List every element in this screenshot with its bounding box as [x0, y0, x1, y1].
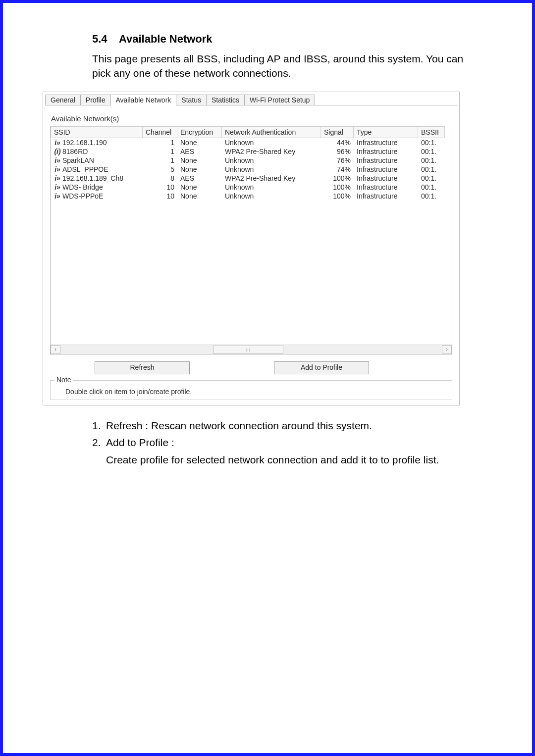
section-title-text: Available Network — [119, 33, 213, 45]
list-subtext: Create profile for selected network conn… — [106, 453, 473, 467]
scroll-thumb[interactable]: III — [213, 346, 283, 353]
col-bssid[interactable]: BSSII — [418, 126, 445, 138]
table-row[interactable]: i»SparkLAN1NoneUnknown76%Infrastructure0… — [51, 156, 452, 165]
tab-status[interactable]: Status — [176, 95, 207, 105]
scroll-left-button[interactable]: ‹ — [51, 345, 60, 354]
col-type[interactable]: Type — [354, 126, 418, 138]
wifi-icon: i» — [54, 165, 61, 173]
button-row: Refresh Add to Profile — [50, 354, 452, 377]
list-text: Refresh : Rescan network connection arou… — [106, 420, 372, 431]
col-auth[interactable]: Network Authentication — [222, 126, 321, 138]
table-row[interactable]: (i)8186RD1AESWPA2 Pre-Shared Key96%Infra… — [51, 147, 452, 156]
wifi-icon: i» — [54, 156, 61, 164]
tab-statistics[interactable]: Statistics — [206, 95, 245, 105]
page-frame: 5.4 Available Network This page presents… — [0, 0, 535, 756]
tab-available-network[interactable]: Available Network — [110, 95, 177, 105]
panel-body: Available Network(s) SSID Channel Encryp… — [43, 105, 459, 405]
tab-strip: General Profile Available Network Status… — [43, 92, 459, 105]
section-number: 5.4 — [92, 33, 107, 45]
list-number: 2. — [92, 435, 106, 450]
table-row[interactable]: i»192.168.1.1901NoneUnknown44%Infrastruc… — [51, 138, 452, 147]
explanation-list: 1.Refresh : Rescan network connection ar… — [92, 418, 473, 467]
refresh-button[interactable]: Refresh — [95, 361, 190, 374]
col-signal[interactable]: Signal — [321, 126, 354, 138]
section: 5.4 Available Network This page presents… — [92, 33, 473, 467]
horizontal-scrollbar[interactable]: ‹ III › — [51, 345, 452, 354]
tab-wps[interactable]: Wi-Fi Protect Setup — [244, 95, 315, 105]
table-row[interactable]: i»WDS-PPPoE10NoneUnknown100%Infrastructu… — [51, 192, 452, 201]
scroll-right-button[interactable]: › — [442, 345, 452, 354]
section-heading: 5.4 Available Network — [92, 33, 473, 46]
wifi-icon: i» — [54, 139, 61, 147]
wifi-utility-panel: General Profile Available Network Status… — [43, 92, 460, 405]
list-item: 1.Refresh : Rescan network connection ar… — [92, 418, 473, 433]
wifi-icon: i» — [54, 183, 61, 191]
list-item: 2.Add to Profile : — [92, 435, 473, 450]
note-text: Double click on item to join/create prof… — [65, 388, 192, 396]
section-intro: This page presents all BSS, including AP… — [92, 51, 473, 81]
tab-general[interactable]: General — [45, 95, 81, 105]
table-row[interactable]: i»WDS- Bridge10NoneUnknown100%Infrastruc… — [51, 183, 452, 192]
wifi-icon: i» — [54, 174, 61, 182]
col-encryption[interactable]: Encryption — [177, 126, 222, 138]
wifi-icon: (i) — [54, 148, 61, 155]
col-ssid[interactable]: SSID — [51, 126, 143, 138]
note-legend: Note — [54, 376, 73, 384]
group-label: Available Network(s) — [51, 114, 452, 123]
table-row[interactable]: i»ADSL_PPPOE5NoneUnknown74%Infrastructur… — [51, 165, 452, 174]
col-channel[interactable]: Channel — [143, 126, 177, 138]
tab-profile[interactable]: Profile — [80, 95, 111, 105]
network-listview[interactable]: SSID Channel Encryption Network Authenti… — [50, 126, 452, 354]
list-text: Add to Profile : — [106, 437, 174, 448]
table-row[interactable]: i»192.168.1.189_Ch88AESWPA2 Pre-Shared K… — [51, 174, 452, 183]
wifi-icon: i» — [54, 192, 61, 200]
listview-header: SSID Channel Encryption Network Authenti… — [51, 126, 452, 138]
list-number: 1. — [92, 418, 106, 433]
scroll-track[interactable]: III — [60, 346, 442, 353]
note-box: Note Double click on item to join/create… — [50, 380, 452, 400]
add-to-profile-button[interactable]: Add to Profile — [274, 361, 369, 374]
